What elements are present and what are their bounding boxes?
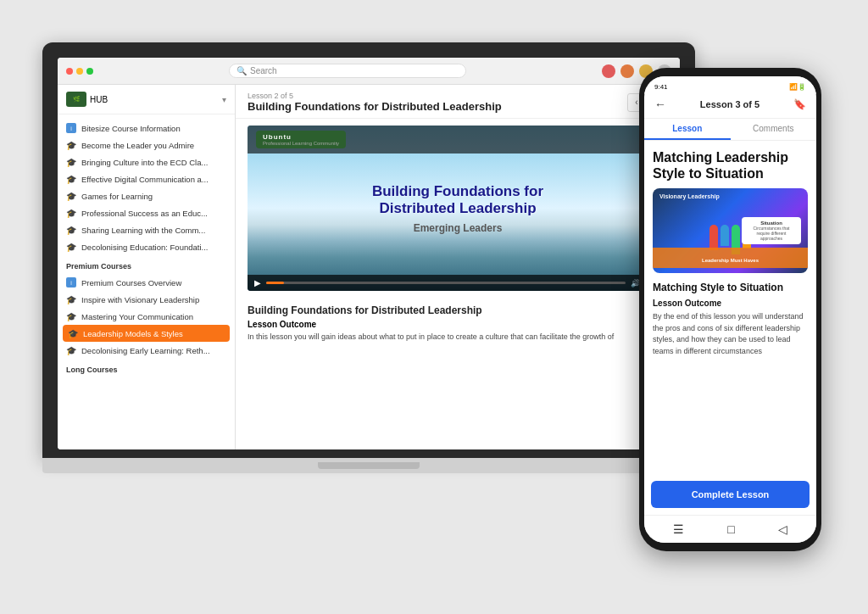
phone-thumb-bottom: Leadership Must Haves [653, 248, 808, 268]
sidebar-item-label: Leadership Models & Styles [83, 329, 183, 338]
main-content: Lesson 2 of 5 Building Foundations for D… [236, 85, 680, 449]
lesson-outcome-label: Lesson Outcome [248, 320, 668, 329]
laptop-base-notch [318, 462, 420, 469]
maximize-dot[interactable] [86, 68, 93, 75]
phone-nav-menu-icon[interactable]: ☰ [673, 522, 684, 536]
sidebar-item-bitesize[interactable]: i Bitesize Course Information [58, 120, 235, 137]
sidebar-item-visionary[interactable]: 🎓 Inspire with Visionary Leadership [58, 291, 235, 308]
lesson-header-left: Lesson 2 of 5 Building Foundations for D… [248, 92, 502, 113]
sidebar-item-games[interactable]: 🎓 Games for Learning [58, 187, 235, 204]
sidebar-item-label: Sharing Learning with the Comm... [81, 226, 205, 235]
phone-subtitle: Matching Style to Situation [653, 282, 808, 293]
mortar-icon-4: 🎓 [66, 191, 76, 201]
logo-symbol: 🌿 [73, 96, 81, 103]
sidebar-item-label: Inspire with Visionary Leadership [81, 295, 199, 304]
mortar-icon-1: 🎓 [66, 140, 76, 150]
sidebar-item-sharing[interactable]: 🎓 Sharing Learning with the Comm... [58, 221, 235, 238]
info-icon-2: i [66, 277, 76, 287]
lesson-body-title: Building Foundations for Distributed Lea… [248, 304, 668, 316]
laptop: 🔍 Search [42, 42, 695, 517]
phone-nav-back-icon[interactable]: ◁ [778, 522, 787, 536]
mortar-icon-8: 🎓 [66, 294, 76, 304]
long-courses-header: Long Courses [58, 359, 235, 377]
browser-search-bar[interactable]: 🔍 Search [229, 64, 466, 78]
phone-lesson-title: Matching Leadership Style to Situation [653, 149, 808, 181]
sidebar-item-label: Professional Success as an Educ... [81, 209, 208, 218]
tab-comments[interactable]: Comments [731, 119, 817, 140]
phone-nav-bar: ☰ □ ◁ [644, 515, 816, 543]
phone-thumb-bg: Visionary Leadership + Situation Circums… [653, 188, 808, 273]
sidebar-item-mastering[interactable]: 🎓 Mastering Your Communication [58, 308, 235, 325]
minimize-dot[interactable] [76, 68, 83, 75]
sidebar-item-digital[interactable]: 🎓 Effective Digital Communication a... [58, 170, 235, 187]
sidebar-item-culture[interactable]: 🎓 Bringing Culture into the ECD Cla... [58, 154, 235, 170]
close-dot[interactable] [66, 68, 73, 75]
back-icon[interactable]: ← [654, 98, 666, 111]
tab-lesson[interactable]: Lesson [644, 119, 731, 140]
sidebar-item-label: Games for Learning [81, 192, 153, 201]
phone-signal-icons: 📶🔋 [789, 83, 806, 91]
browser-action-2[interactable] [620, 64, 634, 78]
mortar-icon-5: 🎓 [66, 208, 76, 218]
sidebar-item-premium-overview[interactable]: i Premium Courses Overview [58, 274, 235, 291]
phone-time: 9:41 [654, 83, 668, 91]
lesson-title: Building Foundations for Distributed Lea… [248, 100, 502, 113]
sidebar-item-label: Premium Courses Overview [81, 278, 181, 287]
laptop-screen-outer: 🔍 Search [42, 42, 695, 458]
mortar-icon-6: 🎓 [66, 225, 76, 235]
sidebar-item-decolonising[interactable]: 🎓 Decolonising Education: Foundati... [58, 238, 235, 255]
phone-thumb-badge: Situation Circumstances that require dif… [742, 217, 801, 244]
video-subtitle: Emerging Leaders [372, 222, 543, 234]
sidebar: 🌿 HUB ▾ i Bitesize Course Information [58, 85, 236, 449]
complete-lesson-button[interactable]: Complete Lesson [651, 481, 810, 508]
lesson-meta: Lesson 2 of 5 [248, 92, 502, 100]
phone-outcome-label: Lesson Outcome [653, 299, 808, 308]
sidebar-item-label: Decolonising Education: Foundati... [81, 243, 208, 252]
mortar-icon-7: 🎓 [66, 242, 76, 252]
sidebar-item-label: Effective Digital Communication a... [81, 175, 209, 184]
phone-status-bar: 9:41 📶🔋 [644, 76, 816, 94]
logo-container: 🌿 HUB [66, 92, 108, 107]
sidebar-item-label: Bitesize Course Information [81, 124, 181, 133]
video-controls[interactable]: ▶ 🔊 ⚙ ⛶ [248, 275, 668, 291]
phone: 9:41 📶🔋 ← Lesson 3 of 5 🔖 Lesson Comment… [639, 68, 821, 551]
phone-nav-home-icon[interactable]: □ [727, 522, 734, 536]
video-logo-bar: Ubuntu Professional Learning Community [248, 126, 668, 154]
phone-outcome-text: By the end of this lesson you will under… [653, 311, 808, 357]
phone-thumb-label: Visionary Leadership [659, 193, 720, 199]
sidebar-item-decolonising-early[interactable]: 🎓 Decolonising Early Learning: Reth... [58, 342, 235, 359]
browser-chrome: 🔍 Search [58, 58, 680, 85]
play-button[interactable]: ▶ [254, 278, 261, 287]
info-icon-1: i [66, 123, 76, 133]
progress-fill [266, 282, 284, 284]
phone-content: Matching Leadership Style to Situation V… [644, 141, 816, 474]
video-title-overlay: Building Foundations for Distributed Lea… [372, 182, 543, 234]
sidebar-item-label: Mastering Your Communication [81, 312, 193, 321]
logo-text: HUB [90, 95, 108, 104]
mortar-icon-10: 🎓 [68, 328, 78, 338]
video-background: Ubuntu Professional Learning Community B… [248, 126, 668, 291]
sidebar-item-label: Bringing Culture into the ECD Cla... [81, 158, 208, 167]
bookmark-icon[interactable]: 🔖 [793, 98, 806, 110]
browser-action-1[interactable] [602, 64, 615, 78]
mortar-icon-11: 🎓 [66, 345, 76, 355]
browser-dots [66, 68, 93, 75]
phone-tabs: Lesson Comments [644, 119, 816, 141]
premium-section-header: Premium Courses [58, 255, 235, 274]
sidebar-chevron-icon[interactable]: ▾ [222, 95, 226, 104]
sidebar-header: 🌿 HUB ▾ [58, 85, 235, 114]
phone-header-title: Lesson 3 of 5 [700, 99, 760, 109]
progress-bar[interactable] [266, 282, 626, 284]
search-icon: 🔍 [236, 66, 247, 75]
search-text: Search [250, 66, 277, 75]
sidebar-item-leader[interactable]: 🎓 Become the Leader you Admire [58, 137, 235, 154]
lesson-body: Building Foundations for Distributed Lea… [236, 298, 680, 350]
sidebar-item-professional[interactable]: 🎓 Professional Success as an Educ... [58, 204, 235, 221]
phone-thumbnail: Visionary Leadership + Situation Circums… [653, 188, 808, 273]
phone-screen: 9:41 📶🔋 ← Lesson 3 of 5 🔖 Lesson Comment… [644, 76, 816, 543]
sidebar-item-leadership-models[interactable]: 🎓 Leadership Models & Styles [63, 325, 230, 342]
laptop-base [42, 458, 695, 473]
video-main-title: Building Foundations for Distributed Lea… [372, 182, 543, 217]
sidebar-nav: i Bitesize Course Information 🎓 Become t… [58, 114, 235, 382]
sidebar-item-label: Decolonising Early Learning: Reth... [81, 346, 210, 355]
